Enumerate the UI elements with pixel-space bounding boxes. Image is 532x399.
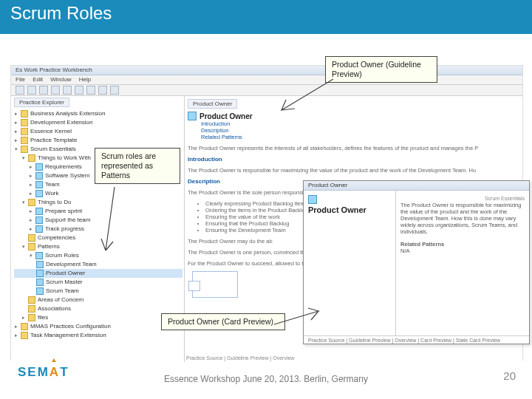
related-patterns-value: N/A bbox=[400, 248, 525, 254]
alpha-icon bbox=[35, 172, 43, 180]
card-window-title-bar: Product Owner bbox=[304, 181, 529, 191]
toolbar-icon[interactable] bbox=[110, 86, 119, 95]
folder-icon bbox=[28, 296, 35, 304]
pattern-icon bbox=[36, 261, 44, 268]
slide-footer: Essence Workshop June 20, 2013. Berlin, … bbox=[164, 374, 368, 384]
card-corner-label: Scrum Essentials bbox=[400, 195, 525, 202]
folder-icon bbox=[28, 154, 35, 162]
menu-file[interactable]: File bbox=[16, 76, 25, 83]
section-heading: Introduction bbox=[188, 156, 519, 163]
tree-item[interactable]: ▸Track progress bbox=[14, 225, 183, 233]
pattern-icon bbox=[308, 195, 317, 204]
editor-tab-row: Product Owner bbox=[188, 99, 519, 109]
pattern-icon bbox=[36, 279, 44, 286]
tree-item[interactable]: ▸Prepare sprint bbox=[14, 207, 183, 216]
toolbar-icon[interactable] bbox=[39, 86, 48, 95]
pattern-icon bbox=[36, 287, 44, 295]
toolbar-icon[interactable] bbox=[51, 86, 60, 95]
alpha-icon bbox=[35, 190, 43, 197]
callout-card: Product Owner (Card Preview) bbox=[161, 313, 285, 330]
tree-item[interactable]: Associations bbox=[14, 304, 183, 313]
callout-patterns: Scrum roles are represented as Patterns bbox=[95, 148, 180, 184]
pattern-icon bbox=[36, 270, 44, 277]
alpha-icon bbox=[35, 181, 43, 188]
menu-window[interactable]: Window bbox=[50, 76, 71, 83]
toolbar-icon[interactable] bbox=[98, 86, 107, 95]
folder-icon bbox=[21, 137, 28, 144]
folder-icon bbox=[21, 119, 28, 126]
folder-icon bbox=[21, 110, 28, 117]
tree-item[interactable]: ▸Task Management Extension bbox=[14, 331, 183, 340]
tree-item[interactable]: Competencies bbox=[14, 233, 183, 242]
tree-item[interactable]: ▸Development Extension bbox=[14, 118, 183, 127]
tree-item[interactable]: ▾Scrum Roles bbox=[14, 251, 183, 260]
related-patterns-heading: Related Patterns bbox=[400, 241, 444, 248]
activity-icon bbox=[35, 225, 43, 233]
slide-title-band: Scrum Roles bbox=[0, 0, 532, 34]
practice-explorer-tab[interactable]: Practice Explorer bbox=[14, 98, 69, 107]
slide-title: Scrum Roles bbox=[10, 3, 112, 24]
tree-item-product-owner[interactable]: Product Owner bbox=[14, 269, 183, 278]
practice-explorer-panel: Practice Explorer ▸Business Analysis Ext… bbox=[11, 96, 185, 362]
tree-item[interactable]: Areas of Concern bbox=[14, 296, 183, 304]
toolbar-icon[interactable] bbox=[63, 86, 72, 95]
pattern-icon bbox=[188, 112, 197, 120]
activity-icon bbox=[35, 216, 43, 224]
intro-text: The Product Owner is responsible for max… bbox=[188, 167, 519, 174]
folder-icon bbox=[21, 323, 28, 330]
pattern-group-icon bbox=[35, 252, 43, 259]
tree-item[interactable]: ▸Practice Template bbox=[14, 136, 183, 145]
toolbar-icon[interactable] bbox=[27, 86, 36, 95]
menu-help[interactable]: Help bbox=[79, 76, 91, 83]
tree-item[interactable]: Scrum Team bbox=[14, 287, 183, 296]
card-heading: Product Owner bbox=[308, 205, 391, 214]
toolbar-icon[interactable] bbox=[75, 86, 83, 95]
folder-icon bbox=[21, 332, 28, 339]
menu-bar[interactable]: File Edit Window Help bbox=[11, 75, 522, 85]
menu-edit[interactable]: Edit bbox=[33, 76, 43, 83]
tree-item[interactable]: ▸Business Analysis Extension bbox=[14, 109, 183, 118]
card-right-column: Scrum Essentials The Product Owner is re… bbox=[396, 191, 529, 335]
tree-item[interactable]: ▾Things to Do bbox=[14, 198, 183, 207]
guideline-heading: Product Owner bbox=[200, 112, 253, 120]
tree-item[interactable]: ▸Support the team bbox=[14, 216, 183, 225]
tree-item[interactable]: Development Team bbox=[14, 260, 183, 269]
folder-icon bbox=[28, 199, 35, 206]
card-footer-tabs[interactable]: Practice Source | Guideline Preview | Ov… bbox=[304, 335, 529, 345]
guideline-summary: The Product Owner represents the interes… bbox=[188, 145, 519, 151]
card-body-text: The Product Owner is responsible for max… bbox=[400, 202, 525, 235]
folder-icon bbox=[21, 128, 28, 135]
editor-tab-product-owner[interactable]: Product Owner bbox=[188, 99, 237, 109]
window-title-bar: Es Work Practice Workbench bbox=[11, 66, 522, 75]
tree-item[interactable]: ▸Essence Kernel bbox=[14, 127, 183, 136]
editor-footer-tabs[interactable]: Practice Source | Guideline Preview | Ov… bbox=[186, 355, 294, 361]
toolbar[interactable] bbox=[11, 85, 522, 96]
alpha-icon bbox=[35, 163, 43, 171]
tree-item[interactable]: ▸MMAS Practices Configuration bbox=[14, 322, 183, 331]
callout-guideline: Product Owner (Guideline Preview) bbox=[325, 56, 437, 83]
link-introduction[interactable]: Introduction bbox=[201, 120, 519, 127]
folder-icon bbox=[28, 234, 35, 242]
link-description[interactable]: Description bbox=[201, 127, 519, 134]
activity-icon bbox=[35, 208, 43, 215]
toolbar-icon[interactable] bbox=[16, 86, 24, 95]
tree-item[interactable]: ▾Patterns bbox=[14, 242, 183, 251]
tree-item[interactable]: ▸Work bbox=[14, 189, 183, 198]
tree-item[interactable]: Scrum Master bbox=[14, 278, 183, 287]
folder-icon bbox=[21, 146, 28, 153]
tree-item[interactable]: ▸files bbox=[14, 313, 183, 322]
folder-icon bbox=[28, 243, 35, 250]
toolbar-icon[interactable] bbox=[86, 86, 95, 95]
link-related-patterns[interactable]: Related Patterns bbox=[201, 134, 519, 140]
folder-icon bbox=[28, 314, 35, 321]
page-number: 20 bbox=[503, 369, 516, 382]
pattern-diagram bbox=[192, 271, 238, 298]
folder-icon bbox=[28, 305, 35, 313]
semat-logo: SEMAT bbox=[18, 365, 69, 380]
card-preview-window: Product Owner Product Owner Scrum Essent… bbox=[303, 180, 530, 344]
